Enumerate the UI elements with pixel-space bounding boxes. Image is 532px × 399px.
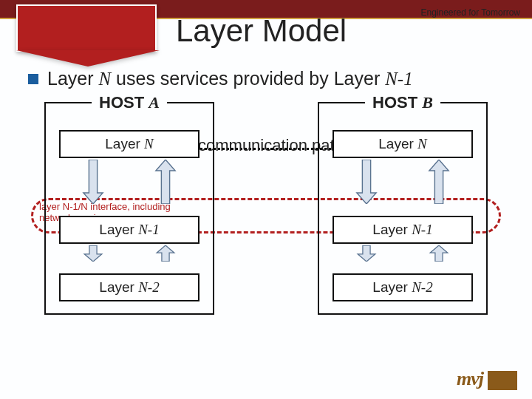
- host-a-title: HOST A: [92, 93, 167, 112]
- bullet-row: Layer N uses services provided by Layer …: [28, 68, 413, 89]
- svg-marker-3: [157, 245, 174, 262]
- layer-label-i: N: [417, 136, 427, 151]
- arrow-gap-small: [59, 244, 200, 263]
- logo-block-icon: [488, 371, 517, 390]
- arrow-gap-small: [332, 244, 473, 263]
- host-b-layer-n: Layer N: [332, 130, 473, 158]
- layer-label-i: N-1: [412, 222, 433, 237]
- host-b-layer-n2: Layer N-2: [332, 273, 473, 301]
- host-b-title-i: B: [422, 93, 433, 112]
- down-arrow-icon: [352, 160, 381, 204]
- svg-marker-5: [429, 160, 449, 204]
- host-a-layer-n: Layer N: [59, 130, 200, 158]
- up-arrow-icon: [151, 245, 180, 262]
- layer-label-i: N: [144, 136, 154, 151]
- host-b-title-pre: HOST: [372, 93, 422, 112]
- hosts-container: HOST A Layer N Layer N-1 Layer N-2: [44, 102, 488, 315]
- svg-marker-1: [156, 160, 175, 204]
- up-arrow-icon: [424, 160, 454, 204]
- layer-label-pre: Layer: [372, 222, 412, 237]
- bullet-mid: uses services provided by Layer: [111, 68, 385, 89]
- host-a-layer-n1: Layer N-1: [59, 216, 200, 244]
- slide-title: Layer Model: [176, 13, 347, 49]
- host-a: HOST A Layer N Layer N-1 Layer N-2: [44, 102, 214, 315]
- host-a-layer-n2: Layer N-2: [59, 273, 200, 301]
- svg-marker-6: [358, 245, 375, 262]
- up-arrow-icon: [424, 245, 454, 262]
- bullet-icon: [28, 74, 38, 84]
- layer-label-pre: Layer: [99, 279, 138, 295]
- bullet-text: Layer N uses services provided by Layer …: [47, 68, 413, 89]
- logo-text: mvj: [457, 368, 483, 390]
- layer-label-pre: Layer: [105, 136, 144, 151]
- up-arrow-icon: [151, 160, 180, 204]
- svg-marker-4: [357, 160, 376, 204]
- svg-marker-7: [430, 245, 448, 262]
- down-arrow-icon: [78, 245, 108, 262]
- layer-label-i: N-2: [138, 279, 160, 295]
- host-b: HOST B Layer N Layer N-1 Layer N-2: [318, 102, 488, 315]
- banner-ribbon: [16, 4, 157, 52]
- svg-marker-0: [83, 160, 103, 204]
- layer-label-i: N-1: [138, 222, 160, 237]
- down-arrow-icon: [78, 160, 108, 204]
- arrow-gap: [59, 158, 200, 205]
- bullet-n1: N-1: [385, 69, 413, 89]
- layer-label-i: N-2: [412, 279, 433, 295]
- bullet-pre: Layer: [47, 68, 98, 89]
- svg-marker-2: [84, 245, 102, 262]
- down-arrow-icon: [352, 245, 381, 262]
- layer-label-pre: Layer: [99, 222, 138, 237]
- layer-label-pre: Layer: [378, 136, 417, 151]
- arrow-gap: [332, 158, 473, 205]
- tagline: Engineered for Tomorrow: [420, 7, 520, 18]
- bullet-n: N: [98, 69, 111, 89]
- layer-label-pre: Layer: [372, 279, 412, 295]
- host-a-title-i: A: [149, 93, 160, 112]
- host-a-title-pre: HOST: [99, 93, 149, 112]
- footer-logo: mvj: [457, 368, 517, 390]
- host-b-title: HOST B: [365, 93, 440, 112]
- host-b-layer-n1: Layer N-1: [332, 216, 473, 244]
